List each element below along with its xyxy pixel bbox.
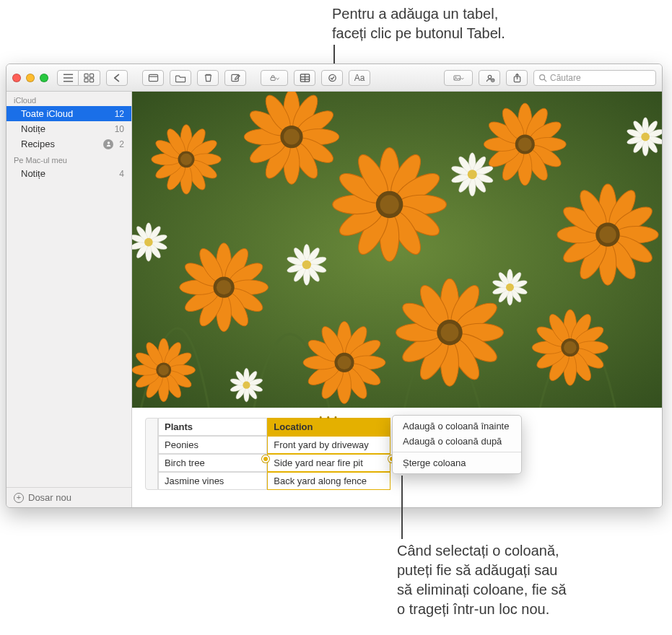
- note-area: Plants • • • Location Peonies Front yard…: [132, 92, 662, 507]
- svg-point-11: [488, 75, 492, 79]
- sidebar-item-local-notes[interactable]: Notițe 4: [6, 166, 131, 181]
- share-button[interactable]: [506, 70, 528, 86]
- new-folder-button[interactable]: + Dosar nou: [6, 487, 131, 507]
- svg-rect-3: [90, 78, 93, 82]
- table-cell[interactable]: Front yard by driveway: [267, 436, 390, 454]
- table-cell[interactable]: Side yard near fire pit: [267, 454, 390, 472]
- search-icon: [538, 74, 547, 82]
- media-button[interactable]: [444, 70, 473, 86]
- svg-point-15: [108, 141, 110, 144]
- attachments-button[interactable]: [142, 70, 164, 86]
- sidebar-item-label: Toate iCloud: [21, 108, 73, 119]
- svg-rect-6: [271, 77, 275, 80]
- svg-rect-1: [90, 74, 93, 77]
- menu-add-column-after[interactable]: Adaugă o coloană după: [393, 434, 521, 449]
- delete-button[interactable]: [197, 70, 219, 86]
- sidebar-item-label: Notițe: [21, 123, 45, 134]
- menu-add-column-before[interactable]: Adaugă o coloană înainte: [393, 419, 521, 434]
- callout-add-table: Pentru a adăuga un tabel,faceți clic pe …: [332, 4, 570, 43]
- svg-rect-4: [149, 74, 157, 81]
- folder-button[interactable]: [170, 70, 191, 86]
- table-cell[interactable]: Jasmine vines: [158, 472, 267, 490]
- sidebar-item-count: 2: [119, 139, 124, 149]
- svg-rect-2: [84, 78, 88, 82]
- list-view-button[interactable]: [57, 70, 79, 86]
- collaborate-button[interactable]: [479, 70, 500, 86]
- sidebar-item-count: 10: [115, 124, 124, 134]
- note-image: [132, 92, 662, 408]
- table-zone: Plants • • • Location Peonies Front yard…: [132, 408, 662, 507]
- column-context-menu: Adaugă o coloană înainte Adaugă o coloan…: [392, 415, 522, 474]
- plus-icon: +: [14, 493, 24, 503]
- titlebar: Aa Căutare: [6, 64, 662, 92]
- notes-window: Aa Căutare iCloud Toate iCloud 12 Notițe…: [6, 64, 663, 508]
- new-folder-label: Dosar nou: [28, 492, 71, 503]
- sidebar-item-recipes[interactable]: Recipes 2: [6, 136, 131, 152]
- svg-point-8: [328, 74, 335, 81]
- sidebar-item-all-icloud[interactable]: Toate iCloud 12: [6, 106, 131, 121]
- shared-icon: [103, 139, 113, 149]
- column-drag-icon[interactable]: • • •: [320, 413, 339, 421]
- search-input[interactable]: Căutare: [533, 70, 656, 86]
- svg-rect-0: [84, 74, 88, 77]
- table-cell[interactable]: Birch tree: [158, 454, 267, 472]
- row-handle[interactable]: [145, 418, 158, 490]
- callout-column-select: Când selectați o coloană,puteți fie să a…: [397, 541, 635, 619]
- back-button[interactable]: [106, 70, 128, 86]
- view-mode-segment: [57, 70, 100, 86]
- sidebar-item-label: Notițe: [21, 168, 45, 179]
- sidebar-item-count: 12: [115, 109, 124, 119]
- zoom-icon[interactable]: [40, 74, 48, 82]
- table-button[interactable]: [294, 70, 315, 86]
- new-note-button[interactable]: [224, 70, 246, 86]
- sidebar-item-count: 4: [119, 169, 124, 179]
- note-table[interactable]: Plants • • • Location Peonies Front yard…: [145, 418, 390, 490]
- format-button[interactable]: Aa: [349, 70, 370, 86]
- callout-line-bottom: [401, 476, 403, 539]
- svg-rect-9: [453, 75, 460, 79]
- table-header[interactable]: Plants: [158, 418, 267, 436]
- window-controls: [12, 74, 48, 82]
- column-resize-handle[interactable]: [262, 455, 269, 463]
- menu-separator: [393, 452, 521, 452]
- search-placeholder: Căutare: [550, 73, 581, 83]
- close-icon[interactable]: [12, 74, 21, 82]
- table-cell[interactable]: Back yard along fence: [267, 472, 390, 490]
- lock-button[interactable]: [261, 70, 288, 86]
- sidebar: iCloud Toate iCloud 12 Notițe 10 Recipes…: [6, 92, 132, 507]
- menu-delete-column[interactable]: Șterge coloana: [393, 455, 521, 470]
- checklist-button[interactable]: [321, 70, 343, 86]
- svg-point-14: [540, 74, 545, 79]
- sidebar-item-notes[interactable]: Notițe 10: [6, 121, 131, 136]
- svg-point-10: [455, 76, 456, 78]
- table-cell[interactable]: Peonies: [158, 436, 267, 454]
- sidebar-section-label: Pe Mac-ul meu: [6, 152, 131, 166]
- sidebar-item-label: Recipes: [21, 139, 55, 149]
- grid-view-button[interactable]: [79, 70, 100, 86]
- minimize-icon[interactable]: [26, 74, 35, 82]
- sidebar-section-label: iCloud: [6, 92, 131, 106]
- table-header-selected[interactable]: • • • Location: [267, 418, 390, 436]
